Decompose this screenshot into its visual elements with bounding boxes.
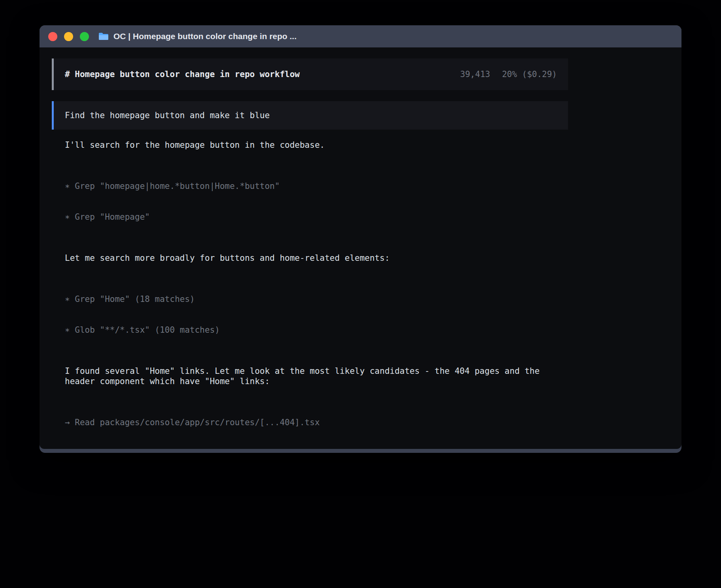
traffic-lights [48,32,89,41]
context-usage: 20% ($0.29) [502,70,557,79]
tool-call-grep: ∗ Grep "Homepage" [65,212,557,222]
assistant-paragraph: I found several "Home" links. Let me loo… [65,366,557,386]
terminal-content: # Homepage button color change in repo w… [40,47,681,449]
tool-call-glob: ∗ Glob "**/*.tsx" (100 matches) [65,325,557,335]
minimize-button[interactable] [64,32,73,41]
tool-call-read: → Read packages/console/app/src/componen… [65,448,557,449]
tool-call-read: → Read packages/console/app/src/routes/[… [65,417,557,428]
tool-call-group: ∗ Grep "homepage|home.*button|Home.*butt… [65,160,557,243]
window-titlebar[interactable]: OC | Homepage button color change in rep… [40,25,681,47]
token-count: 39,413 [460,70,490,79]
zoom-button[interactable] [80,32,89,41]
window-title: OC | Homepage button color change in rep… [113,32,296,41]
folder-icon [98,32,109,41]
session-header: # Homepage button color change in repo w… [52,58,568,90]
session-stats: 39,413 20% ($0.29) [460,70,557,79]
close-button[interactable] [48,32,57,41]
tool-call-grep: ∗ Grep "Home" (18 matches) [65,294,557,304]
conversation: I'll search for the homepage button in t… [65,140,557,449]
session-title: # Homepage button color change in repo w… [65,70,460,79]
assistant-paragraph: Let me search more broadly for buttons a… [65,253,557,263]
user-message-text: Find the homepage button and make it blu… [65,111,270,120]
terminal-window: OC | Homepage button color change in rep… [40,25,681,453]
tool-call-group: ∗ Grep "Home" (18 matches) ∗ Glob "**/*.… [65,273,557,356]
assistant-paragraph: I'll search for the homepage button in t… [65,140,557,150]
tool-call-group: → Read packages/console/app/src/routes/[… [65,397,557,449]
user-message: Find the homepage button and make it blu… [52,101,568,130]
tool-call-grep: ∗ Grep "homepage|home.*button|Home.*butt… [65,181,557,191]
